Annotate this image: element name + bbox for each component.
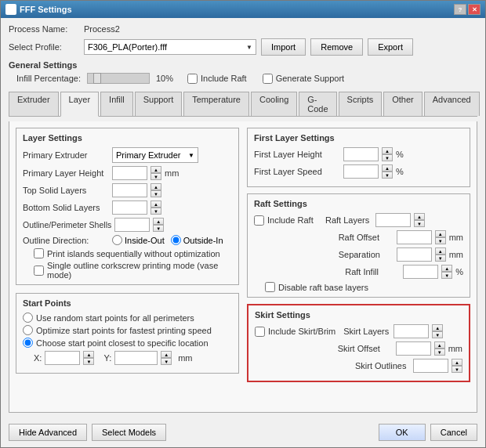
top-solid-layers-input[interactable]: 3 [112, 183, 147, 197]
outside-in-radio[interactable] [171, 235, 181, 245]
top-solid-layers-row: Top Solid Layers 3 ▲ ▼ [23, 183, 232, 197]
skirt-outlines-down-btn[interactable]: ▼ [452, 366, 462, 373]
raft-include-checkbox[interactable] [254, 215, 264, 226]
raft-infill-row: Raft Infill 100 ▲ ▼ % [254, 265, 463, 279]
layer-height-down-btn[interactable]: ▼ [151, 173, 161, 180]
tab-other[interactable]: Other [383, 92, 423, 116]
cancel-button[interactable]: Cancel [430, 424, 477, 441]
raft-infill-input[interactable]: 100 [403, 265, 438, 279]
tab-advanced[interactable]: Advanced [424, 92, 480, 116]
top-solid-down-btn[interactable]: ▼ [151, 190, 161, 197]
tab-gcode[interactable]: G-Code [299, 92, 336, 116]
outline-perimeter-input[interactable]: 2 [114, 218, 150, 232]
y-spinner: 300.00 ▲ ▼ [114, 351, 172, 365]
x-down-btn[interactable]: ▼ [83, 358, 94, 365]
main-content: Process Name: Process2 Select Profile: F… [1, 18, 485, 419]
first-layer-height-up-btn[interactable]: ▲ [382, 147, 393, 154]
bottom-solid-down-btn[interactable]: ▼ [151, 208, 161, 215]
skirt-include-checkbox[interactable] [255, 327, 265, 337]
tab-cooling[interactable]: Cooling [251, 92, 297, 116]
raft-offset-up-btn[interactable]: ▲ [435, 230, 446, 237]
raft-layers-spinner: 2 ▲ ▼ [375, 213, 425, 227]
raft-offset-input[interactable]: 4.00 [397, 230, 432, 244]
include-raft-check-row: Include Raft [187, 74, 247, 84]
raft-layers-input[interactable]: 2 [375, 213, 411, 227]
bottom-solid-up-btn[interactable]: ▲ [151, 201, 161, 208]
export-button[interactable]: Export [368, 38, 413, 56]
tab-scripts[interactable]: Scripts [339, 92, 383, 116]
first-layer-speed-label: First Layer Speed [254, 167, 340, 176]
infill-slider[interactable] [87, 73, 150, 84]
first-layer-height-down-btn[interactable]: ▼ [382, 154, 393, 161]
inside-out-option[interactable]: Inside-Out [112, 235, 165, 245]
titlebar: FFF Settings ? ✕ [1, 1, 485, 18]
inside-out-radio[interactable] [112, 235, 122, 245]
skirt-layers-down-btn[interactable]: ▼ [432, 331, 443, 338]
bottom-solid-layers-input[interactable]: 3 [112, 201, 147, 215]
y-input[interactable]: 300.00 [114, 351, 158, 365]
raft-layers-down-btn[interactable]: ▼ [414, 220, 425, 227]
single-outline-checkbox[interactable] [34, 266, 44, 276]
first-layer-height-row: First Layer Height 100 ▲ ▼ % [254, 147, 463, 161]
select-models-button[interactable]: Select Models [92, 424, 166, 441]
first-layer-height-input[interactable]: 100 [343, 147, 379, 161]
tab-layer[interactable]: Layer [60, 92, 100, 117]
primary-extruder-select[interactable]: Primary Extruder ▼ [112, 147, 198, 163]
raft-infill-down-btn[interactable]: ▼ [441, 272, 452, 279]
first-layer-speed-down-btn[interactable]: ▼ [382, 172, 393, 179]
profile-select[interactable]: F306_PLA(Porter).fff ▼ [84, 39, 256, 55]
outline-perimeter-up-btn[interactable]: ▲ [153, 218, 164, 225]
help-button[interactable]: ? [454, 4, 466, 15]
layer-height-up-btn[interactable]: ▲ [151, 166, 161, 173]
remove-button[interactable]: Remove [310, 38, 363, 56]
skirt-layers-up-btn[interactable]: ▲ [432, 324, 443, 331]
infill-value: 10% [156, 74, 173, 83]
y-up-btn[interactable]: ▲ [161, 351, 172, 358]
choose-start-radio[interactable] [23, 338, 33, 348]
raft-separation-down-btn[interactable]: ▼ [435, 255, 446, 262]
print-islands-checkbox[interactable] [34, 248, 44, 258]
first-layer-speed-up-btn[interactable]: ▲ [382, 164, 393, 172]
raft-separation-row: Separation 0.10 ▲ ▼ mm [254, 247, 463, 262]
outline-direction-row: Outline Direction: Inside-Out Outside-In [23, 235, 232, 245]
skirt-layers-input[interactable]: 1 [394, 324, 429, 338]
skirt-outlines-up-btn[interactable]: ▲ [452, 359, 462, 366]
tabs-bar: Extruder Layer Infill Support Temperatur… [9, 92, 477, 117]
tab-support[interactable]: Support [135, 92, 183, 116]
x-input[interactable]: 0.00 [45, 351, 80, 365]
tab-temperature[interactable]: Temperature [183, 92, 249, 116]
raft-layers-up-btn[interactable]: ▲ [414, 213, 425, 220]
disable-raft-base-checkbox[interactable] [265, 282, 275, 292]
skirt-offset-down-btn[interactable]: ▼ [434, 349, 445, 356]
skirt-offset-input[interactable]: 5.00 [396, 341, 431, 356]
include-raft-checkbox[interactable] [187, 74, 198, 84]
first-layer-speed-input[interactable]: 40 [343, 164, 379, 179]
tab-infill[interactable]: Infill [100, 92, 133, 116]
skirt-offset-up-btn[interactable]: ▲ [434, 341, 445, 349]
top-solid-layers-label: Top Solid Layers [23, 186, 109, 195]
raft-separation-up-btn[interactable]: ▲ [435, 247, 446, 255]
raft-separation-input[interactable]: 0.10 [397, 247, 432, 262]
skirt-outlines-input[interactable]: 1 [413, 359, 448, 373]
generate-support-checkbox[interactable] [263, 74, 273, 84]
x-up-btn[interactable]: ▲ [83, 351, 94, 358]
raft-infill-up-btn[interactable]: ▲ [441, 265, 452, 272]
ok-button[interactable]: OK [379, 424, 426, 441]
tab-extruder[interactable]: Extruder [9, 92, 59, 116]
random-start-radio[interactable] [23, 313, 33, 323]
optimize-start-radio[interactable] [23, 325, 33, 335]
primary-layer-height-unit: mm [165, 168, 179, 178]
xy-unit: mm [178, 353, 192, 363]
hide-advanced-button[interactable]: Hide Advanced [9, 424, 87, 441]
outline-perimeter-down-btn[interactable]: ▼ [153, 225, 164, 232]
raft-settings-group: Raft Settings Include Raft Raft Layers 2… [247, 193, 470, 298]
close-button[interactable]: ✕ [468, 4, 481, 15]
titlebar-buttons: ? ✕ [454, 4, 481, 15]
primary-layer-height-input[interactable]: 0.2000 [112, 166, 147, 180]
y-down-btn[interactable]: ▼ [161, 358, 172, 365]
outside-in-option[interactable]: Outside-In [171, 235, 223, 245]
general-settings: General Settings Infill Percentage: 10% … [9, 60, 477, 84]
import-button[interactable]: Import [261, 38, 306, 56]
raft-offset-down-btn[interactable]: ▼ [435, 237, 446, 244]
top-solid-up-btn[interactable]: ▲ [151, 183, 161, 190]
